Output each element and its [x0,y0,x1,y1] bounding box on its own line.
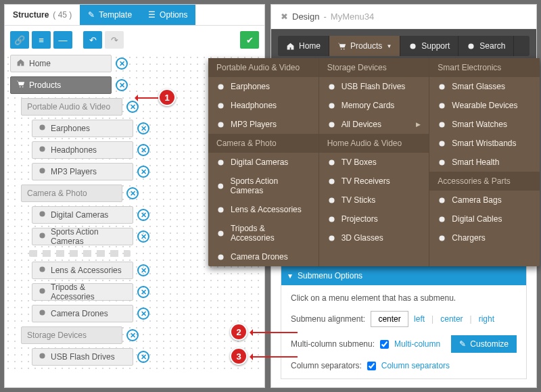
mega-item[interactable]: Lens & Accessories [208,200,319,219]
mega-item[interactable]: Digital Cameras [208,153,319,172]
undo-button[interactable]: ↶ [83,31,102,49]
align-right[interactable]: right [479,314,494,324]
tree-item[interactable]: Lens & Accessories [32,262,133,279]
nav-products[interactable]: Products ▼ [329,36,400,56]
design-subtitle: MyMenu34 [331,11,374,22]
tree-item[interactable]: USB Flash Drives [32,348,133,366]
tab-options[interactable]: ☰ Options [140,5,195,25]
delete-button[interactable]: ✕ [137,144,149,156]
home-icon [16,58,25,69]
tree-item[interactable]: Camera & Photo [21,185,122,202]
usb-icon [38,351,47,362]
sep-link[interactable]: Column separators [381,361,450,370]
tree-item[interactable]: Camera Drones [32,305,133,322]
mega-item[interactable]: TV Boxes [319,153,429,172]
tree-item-label: Sports Action Cameras [51,227,127,246]
mega-item[interactable]: Smart Watches [429,115,540,134]
tree-item[interactable]: MP3 Players [32,163,133,180]
delete-button[interactable]: ✕ [137,230,149,243]
tree-item[interactable]: Products [10,76,112,94]
confirm-button[interactable]: ✔ [240,31,259,49]
sep-label: Column separators: [291,361,362,370]
nav-support[interactable]: Support [400,36,458,56]
tree-item[interactable]: Home [10,55,112,72]
tree-item-label: Home [29,59,51,68]
delete-button[interactable]: ✕ [137,351,149,363]
mega-item[interactable]: Camera Bags [429,191,540,210]
mega-item[interactable]: Headphones [208,96,319,115]
tree-item-label: USB Flash Drives [51,352,115,362]
tab-template[interactable]: ✎ Template [80,5,140,25]
mega-header: Camera & Photo [208,134,319,153]
left-tabs: Structure ( 45 ) ✎ Template ☰ Options [5,5,264,26]
mega-item[interactable]: Earphones [208,77,319,96]
redo-button[interactable]: ↷ [105,31,124,49]
delete-button[interactable]: ✕ [137,286,149,298]
mega-item[interactable]: TV Receivers [319,172,429,191]
mega-item[interactable]: USB Flash Drives [319,77,429,96]
mega-item[interactable]: Wearable Devices [429,96,540,115]
mega-item[interactable]: TV Sticks [319,191,429,210]
caret-down-icon: ▾ [288,271,292,280]
mega-item[interactable]: Tripods & Accessories [208,219,319,247]
align-button[interactable]: ≡ [32,31,51,49]
mega-item[interactable]: Camera Drones [208,247,319,266]
callout-1: 1 [158,89,176,106]
tree-item[interactable]: Sports Action Cameras [32,228,133,245]
align-left[interactable]: left [414,314,425,324]
customize-button[interactable]: ✎ Customize [451,335,517,353]
tree-item-label: Tripods & Accessories [51,283,127,301]
minus-button[interactable]: — [53,31,72,49]
drone-icon [38,308,47,319]
design-header: ✖ Design - MyMenu34 [271,5,536,29]
mega-item[interactable]: Memory Cards [319,96,429,115]
delete-button[interactable]: ✕ [126,329,139,341]
mega-item[interactable]: Projectors [319,210,429,228]
nav-search[interactable]: Search [458,36,514,56]
delete-button[interactable]: ✕ [137,308,149,320]
mega-item[interactable]: Smart Wristbands [429,134,540,153]
mega-item[interactable]: MP3 Players [208,115,319,134]
arrow-2 [250,332,298,333]
tree-item[interactable]: Earphones [32,120,133,137]
delete-button[interactable]: ✕ [116,79,128,91]
mega-header: Home Audio & Video [319,134,429,153]
tripod-icon [38,287,47,297]
sep-checkbox[interactable] [367,362,376,370]
mega-item[interactable]: Smart Health [429,153,540,172]
mega-item[interactable]: All Devices▶ [319,115,429,134]
cam2-icon [38,231,47,242]
mega-item[interactable]: 3D Glasses [319,228,429,247]
multi-link[interactable]: Multi-column [394,339,440,349]
mega-item[interactable]: Sports Action Cameras [208,172,319,200]
tree-item[interactable]: Tripods & Accessories [32,283,133,301]
mega-menu: Portable Audio & VideoEarphonesHeadphone… [208,58,540,266]
nav-home[interactable]: Home [278,36,329,56]
delete-button[interactable]: ✕ [116,57,128,70]
delete-button[interactable]: ✕ [126,101,139,113]
ear-icon [38,123,47,134]
mega-item[interactable]: Digital Cables [429,210,540,228]
link-button[interactable]: 🔗 [10,31,29,49]
tree-item[interactable]: Portable Audio & Video [21,98,122,116]
tab-structure[interactable]: Structure ( 45 ) [5,5,80,25]
align-input[interactable] [371,311,408,327]
mega-item[interactable]: Smart Glasses [429,77,540,96]
tree-item-label: Headphones [51,145,97,155]
mega-header: Portable Audio & Video [208,58,319,77]
align-center[interactable]: center [440,314,463,324]
tree-item[interactable]: Storage Devices [21,326,122,344]
delete-button[interactable]: ✕ [137,122,149,134]
delete-button[interactable]: ✕ [137,209,149,221]
list-icon: ☰ [148,10,156,20]
tree-item[interactable]: Digital Cameras [32,206,133,224]
delete-button[interactable]: ✕ [126,187,139,199]
delete-button[interactable]: ✕ [137,264,149,276]
multi-checkbox[interactable] [380,340,389,349]
submenu-options-header[interactable]: ▾ Submenu Options [281,266,526,285]
tree-item-label: MP3 Players [51,167,97,176]
tree-item-label: Storage Devices [27,330,87,340]
tree-item[interactable]: Headphones [32,141,133,159]
delete-button[interactable]: ✕ [137,166,149,178]
mega-item[interactable]: Chargers [429,228,540,247]
